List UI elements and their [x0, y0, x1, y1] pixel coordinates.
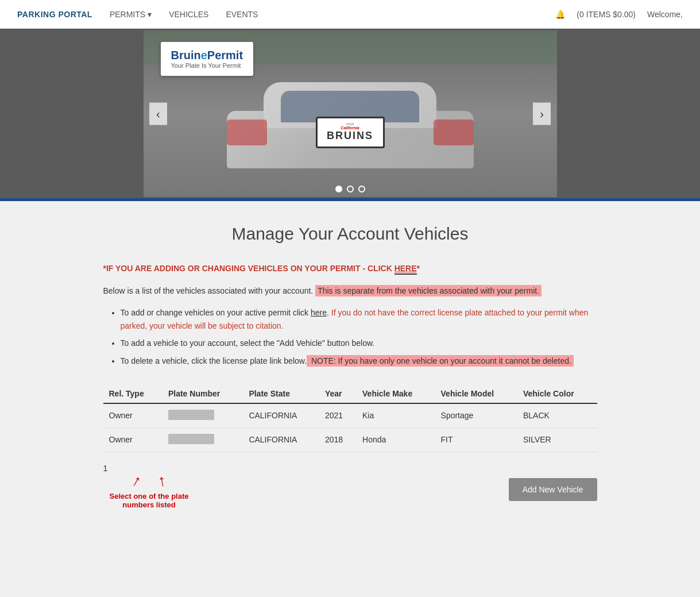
annotation-area: ↑ ↑ Select one of the plate numbers list…: [103, 473, 195, 509]
bullet-item-3: To delete a vehicle, click the license p…: [121, 355, 597, 367]
row1-color: BLACK: [517, 403, 597, 428]
bullet-item-2: To add a vehicle to your account, select…: [121, 337, 597, 349]
bell-icon[interactable]: 🔔: [555, 10, 565, 19]
col-header-plate-number: Plate Number: [163, 384, 243, 403]
permit-notice: *IF YOU ARE ADDING OR CHANGING VEHICLES …: [103, 264, 597, 273]
welcome-text: Welcome,: [647, 10, 683, 19]
row1-year: 2021: [319, 403, 357, 428]
row1-make: Kia: [357, 403, 435, 428]
plate-link-2[interactable]: [168, 434, 214, 444]
here-link-bullet[interactable]: here: [311, 308, 327, 317]
row2-model: FIT: [435, 427, 517, 452]
nav-link-permits[interactable]: PERMITS ▾: [110, 10, 152, 19]
row2-plate-state: CALIFORNIA: [243, 427, 319, 452]
navbar: PARKING PORTAL PERMITS ▾ VEHICLES EVENTS…: [0, 0, 700, 29]
row1-rel-type: Owner: [103, 403, 163, 428]
hero-banner: 2019 California BRUINS BruinePermit Your…: [0, 29, 700, 198]
page-title: Manage Your Account Vehicles: [103, 224, 597, 244]
table-row: Owner CALIFORNIA 2018 Honda FIT SILVER: [103, 427, 597, 452]
add-vehicle-button[interactable]: Add New Vehicle: [509, 478, 597, 501]
arrow-icon-right: ↑: [156, 472, 167, 490]
table-row: Owner CALIFORNIA 2021 Kia Sportage BLACK: [103, 403, 597, 428]
carousel-next-button[interactable]: ›: [533, 102, 551, 125]
row2-year: 2018: [319, 427, 357, 452]
pagination: 1: [103, 464, 108, 473]
cart-info[interactable]: (0 ITEMS $0.00): [577, 10, 636, 19]
annotation-arrows: ↑ ↑: [133, 473, 166, 489]
here-link-top[interactable]: HERE: [395, 264, 417, 275]
carousel-dot-2[interactable]: [347, 186, 354, 192]
col-header-model: Vehicle Model: [435, 384, 517, 403]
col-header-make: Vehicle Make: [357, 384, 435, 403]
chevron-down-icon: ▾: [148, 10, 152, 19]
row1-model: Sportage: [435, 403, 517, 428]
hero-logo: BruinePermit Your Plate Is Your Permit: [161, 42, 254, 76]
annotation-label: Select one of the plate numbers listed: [103, 492, 195, 509]
table-header-row: Rel. Type Plate Number Plate State Year …: [103, 384, 597, 403]
nav-link-events[interactable]: EVENTS: [226, 10, 258, 19]
description-paragraph: Below is a list of the vehicles associat…: [103, 284, 597, 297]
arrow-icon-left: ↑: [129, 472, 144, 490]
bullet-item-1: To add or change vehicles on your active…: [121, 306, 597, 332]
nav-right: 🔔 (0 ITEMS $0.00) Welcome,: [555, 10, 683, 19]
instructions-list: To add or change vehicles on your active…: [103, 306, 597, 367]
carousel-dot-3[interactable]: [358, 186, 365, 192]
row2-plate-number[interactable]: [163, 427, 243, 452]
row2-rel-type: Owner: [103, 427, 163, 452]
hero-image: 2019 California BRUINS BruinePermit Your…: [144, 30, 557, 197]
col-header-rel-type: Rel. Type: [103, 384, 163, 403]
row1-plate-state: CALIFORNIA: [243, 403, 319, 428]
col-header-year: Year: [319, 384, 357, 403]
col-header-plate-state: Plate State: [243, 384, 319, 403]
carousel-dots: [335, 186, 365, 192]
row2-make: Honda: [357, 427, 435, 452]
license-plate-hero: 2019 California BRUINS: [316, 117, 385, 148]
row1-plate-number[interactable]: [163, 403, 243, 428]
table-footer: 1 ↑ ↑ Select one of the plate numbers li…: [103, 461, 597, 509]
carousel-dot-1[interactable]: [335, 186, 342, 192]
main-content: Manage Your Account Vehicles *IF YOU ARE…: [92, 201, 609, 544]
carousel-prev-button[interactable]: ‹: [149, 102, 167, 125]
add-vehicle-area: Add New Vehicle: [509, 472, 597, 501]
nav-brand[interactable]: PARKING PORTAL: [17, 10, 92, 19]
row2-color: SILVER: [517, 427, 597, 452]
vehicles-table: Rel. Type Plate Number Plate State Year …: [103, 384, 597, 452]
plate-link-1[interactable]: [168, 410, 214, 420]
footer-left: 1 ↑ ↑ Select one of the plate numbers li…: [103, 461, 195, 509]
col-header-color: Vehicle Color: [517, 384, 597, 403]
nav-link-vehicles[interactable]: VEHICLES: [169, 10, 208, 19]
